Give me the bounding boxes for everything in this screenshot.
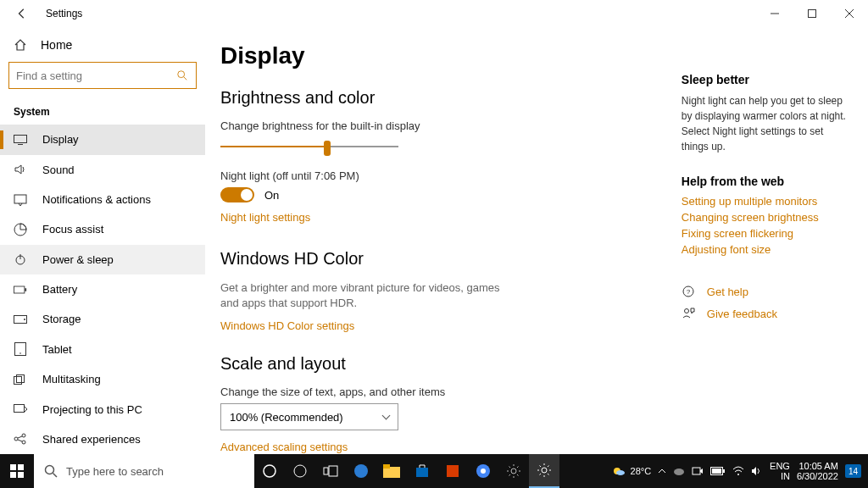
night-light-settings-link[interactable]: Night light settings xyxy=(220,211,661,224)
tb-office-icon[interactable] xyxy=(437,454,468,488)
help-link-fontsize[interactable]: Adjusting font size xyxy=(682,243,848,256)
battery-icon xyxy=(14,283,27,297)
help-link-brightness[interactable]: Changing screen brightness xyxy=(682,211,848,224)
search-settings-input[interactable] xyxy=(8,62,197,89)
home-button[interactable]: Home xyxy=(0,27,205,62)
get-help-label: Get help xyxy=(707,286,748,298)
svg-line-5 xyxy=(184,77,187,80)
maximize-button[interactable] xyxy=(793,0,831,27)
sidebar-item-storage[interactable]: Storage xyxy=(0,304,205,334)
taskbar-search[interactable]: Type here to search xyxy=(34,454,254,488)
sidebar-item-display[interactable]: Display xyxy=(0,125,205,154)
tb-settings-running-icon[interactable] xyxy=(529,454,559,488)
svg-rect-29 xyxy=(10,464,16,470)
sidebar-item-sound[interactable]: Sound xyxy=(0,155,205,185)
sidebar: Home System Display Sound Notifications … xyxy=(0,27,205,454)
start-button[interactable] xyxy=(0,454,34,488)
svg-point-36 xyxy=(294,465,306,477)
advanced-scaling-link[interactable]: Advanced scaling settings xyxy=(220,441,661,453)
page-title: Display xyxy=(220,42,661,69)
svg-line-34 xyxy=(53,474,58,478)
sidebar-item-label: Battery xyxy=(42,283,77,296)
svg-rect-30 xyxy=(18,464,24,470)
tb-explorer-icon[interactable] xyxy=(376,454,407,488)
tb-chrome-icon[interactable] xyxy=(468,454,498,488)
hdcolor-desc: Get a brighter and more vibrant picture … xyxy=(220,280,509,311)
feedback-link[interactable]: Give feedback xyxy=(682,307,848,320)
sidebar-item-focus-assist[interactable]: Focus assist xyxy=(0,214,205,244)
svg-point-45 xyxy=(481,469,486,474)
svg-rect-13 xyxy=(25,288,26,291)
notifications-icon xyxy=(14,193,27,207)
svg-point-4 xyxy=(178,71,185,78)
back-button[interactable] xyxy=(12,3,32,24)
brightness-label: Change brightness for the built-in displ… xyxy=(220,119,661,132)
sleep-better-heading: Sleep better xyxy=(682,73,848,86)
tray-notifications-icon[interactable]: 14 xyxy=(845,464,861,478)
sidebar-item-shared-experiences[interactable]: Shared experiences xyxy=(0,424,205,454)
sidebar-item-label: Storage xyxy=(42,313,81,325)
feedback-icon xyxy=(682,307,695,320)
sidebar-item-label: Focus assist xyxy=(42,223,103,236)
svg-rect-12 xyxy=(14,286,24,293)
titlebar: Settings xyxy=(0,0,868,27)
close-button[interactable] xyxy=(831,0,868,27)
sidebar-item-battery[interactable]: Battery xyxy=(0,274,205,304)
sidebar-item-notifications[interactable]: Notifications & actions xyxy=(0,185,205,214)
hdcolor-link[interactable]: Windows HD Color settings xyxy=(220,319,661,332)
svg-point-46 xyxy=(511,469,516,474)
get-help-link[interactable]: ? Get help xyxy=(682,285,848,298)
tray-wifi-icon[interactable] xyxy=(732,466,744,476)
shared-icon xyxy=(14,432,27,446)
tray-meet-icon[interactable] xyxy=(692,466,704,476)
taskbar-pinned xyxy=(254,454,559,488)
text-size-label: Change the size of text, apps, and other… xyxy=(220,385,661,398)
sidebar-item-projecting[interactable]: Projecting to this PC xyxy=(0,394,205,424)
tray-language[interactable]: ENG IN xyxy=(770,461,790,481)
search-field[interactable] xyxy=(16,69,175,82)
weather-temp: 28°C xyxy=(631,466,652,476)
text-size-dropdown[interactable]: 100% (Recommended) xyxy=(220,403,398,430)
system-tray: 28°C ENG IN 10:05 AM 6/30/2022 14 xyxy=(612,461,868,481)
svg-rect-18 xyxy=(14,376,22,384)
brightness-slider[interactable] xyxy=(220,137,398,158)
tray-battery-icon[interactable] xyxy=(710,467,726,475)
tray-clock[interactable]: 10:05 AM 6/30/2022 xyxy=(797,461,838,481)
feedback-label: Give feedback xyxy=(707,308,777,320)
tb-store-icon[interactable] xyxy=(407,454,437,488)
sidebar-item-label: Multitasking xyxy=(42,373,101,385)
night-light-toggle[interactable] xyxy=(220,187,254,202)
sidebar-item-tablet[interactable]: Tablet xyxy=(0,335,205,364)
tb-settings-pin-icon[interactable] xyxy=(498,454,529,488)
help-link-flickering[interactable]: Fixing screen flickering xyxy=(682,227,848,240)
tray-chevron-up-icon[interactable] xyxy=(658,467,666,475)
svg-rect-32 xyxy=(18,472,24,478)
help-icon: ? xyxy=(682,285,695,298)
svg-rect-19 xyxy=(17,374,25,382)
sleep-better-text: Night light can help you get to sleep by… xyxy=(682,93,848,154)
tb-edge-icon[interactable] xyxy=(346,454,376,488)
sidebar-group: System xyxy=(0,97,205,125)
minimize-button[interactable] xyxy=(756,0,793,27)
sidebar-item-label: Shared experiences xyxy=(42,433,141,446)
text-size-value: 100% (Recommended) xyxy=(230,411,343,424)
svg-rect-1 xyxy=(809,10,816,18)
tb-circle-icon[interactable] xyxy=(254,454,285,488)
sound-icon xyxy=(14,163,27,176)
svg-point-21 xyxy=(14,437,18,441)
tray-onedrive-icon[interactable] xyxy=(673,467,685,475)
tb-taskview-icon[interactable] xyxy=(315,454,346,488)
help-link-monitors[interactable]: Setting up multiple monitors xyxy=(682,195,848,208)
home-icon xyxy=(14,38,27,52)
svg-point-22 xyxy=(22,434,25,437)
tb-cortana-icon[interactable] xyxy=(285,454,315,488)
weather-widget[interactable]: 28°C xyxy=(612,464,652,478)
sidebar-item-multitasking[interactable]: Multitasking xyxy=(0,364,205,394)
tray-volume-icon[interactable] xyxy=(751,466,763,476)
sidebar-item-power-sleep[interactable]: Power & sleep xyxy=(0,245,205,274)
toggle-state: On xyxy=(264,189,279,202)
taskbar: Type here to search 28°C ENG IN 10:05 AM… xyxy=(0,454,868,488)
svg-rect-31 xyxy=(10,472,16,478)
night-light-label: Night light (off until 7:06 PM) xyxy=(220,169,661,182)
storage-icon xyxy=(14,313,27,326)
